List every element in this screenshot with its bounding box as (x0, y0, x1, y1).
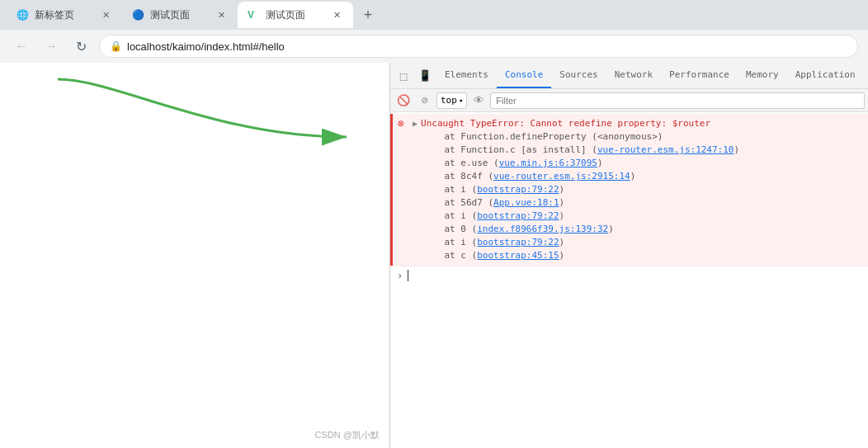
forward-icon: → (45, 39, 58, 54)
error-block: ⊗ ▶ Uncaught TypeError: Cannot redefine … (390, 114, 868, 266)
address-bar: ← → ↻ 🔒 localhost/kaimo/index.html#/hell… (0, 30, 868, 63)
main-area: CSDN @凯小默 ⬚ 📱 Elements Console Sources (0, 63, 868, 448)
block-icon-btn[interactable]: ⊘ (415, 91, 435, 111)
context-selector[interactable]: top ▾ (436, 92, 467, 109)
stack-line-10: at c (bootstrap:45:15) (422, 249, 861, 262)
error-expand-btn[interactable]: ▶ (413, 117, 417, 130)
tab-memory[interactable]: Memory (738, 63, 787, 88)
stack-link-2[interactable]: vue-router.esm.js:1247:10 (597, 144, 734, 155)
stack-link-5[interactable]: bootstrap:79:22 (477, 184, 559, 195)
stack-line-1: at Function.defineProperty (<anonymous>) (422, 130, 861, 144)
clear-icon: 🚫 (397, 94, 410, 106)
console-filter-input[interactable] (490, 92, 865, 109)
clear-console-btn[interactable]: 🚫 (394, 91, 413, 111)
devtools-console-toolbar: 🚫 ⊘ top ▾ 👁 (390, 89, 868, 112)
browser-chrome: 🌐 新标签页 ✕ 🔵 测试页面 ✕ V 测试页面 ✕ + ← → ↻ 🔒 (0, 0, 868, 63)
device-icon: 📱 (418, 69, 432, 82)
tab-console[interactable]: Console (497, 63, 551, 88)
refresh-icon: ↻ (76, 39, 87, 54)
inspect-element-btn[interactable]: ⬚ (394, 66, 413, 86)
error-main-line: ▶ Uncaught TypeError: Cannot redefine pr… (413, 117, 861, 130)
top-label: top (441, 95, 457, 106)
green-arrow (50, 71, 363, 157)
tab2-favicon: 🔵 (132, 9, 144, 21)
stack-trace: at Function.defineProperty (<anonymous>)… (413, 130, 861, 262)
tab3-close-btn[interactable]: ✕ (330, 8, 343, 21)
back-icon: ← (15, 39, 28, 54)
tab1-title: 新标签页 (35, 8, 92, 22)
stack-line-9: at i (bootstrap:79:22) (422, 236, 861, 249)
eye-icon-btn[interactable]: 👁 (469, 91, 488, 111)
console-output: ⊗ ▶ Uncaught TypeError: Cannot redefine … (390, 112, 868, 448)
inspect-icon: ⬚ (400, 69, 407, 83)
tab2-title: 测试页面 (150, 8, 208, 22)
tab-network[interactable]: Network (606, 63, 661, 88)
tab-new-page[interactable]: 🌐 新标签页 ✕ (7, 2, 122, 28)
error-icon: ⊗ (398, 117, 404, 130)
stack-line-2: at Function.c [as install] (vue-router.e… (422, 144, 861, 157)
tab3-title: 测试页面 (266, 8, 323, 22)
tab-application[interactable]: Application (787, 63, 864, 88)
stack-line-5: at i (bootstrap:79:22) (422, 183, 861, 196)
console-cursor (408, 270, 408, 281)
tab-sources[interactable]: Sources (551, 63, 606, 88)
devtools-top-toolbar: ⬚ 📱 Elements Console Sources Network (390, 63, 868, 89)
tab3-favicon: V (248, 9, 259, 21)
stack-link-6[interactable]: App.vue:18:1 (493, 197, 559, 208)
block-icon: ⊘ (422, 94, 428, 106)
url-bar[interactable]: 🔒 localhost/kaimo/index.html#/hello (99, 35, 858, 58)
stack-link-3[interactable]: vue.min.js:6:37095 (499, 158, 597, 168)
prompt-chevron-icon: › (397, 270, 403, 281)
stack-link-10[interactable]: bootstrap:45:15 (477, 250, 559, 261)
tab-elements[interactable]: Elements (436, 63, 497, 88)
console-prompt[interactable]: › (390, 266, 868, 285)
stack-link-8[interactable]: index.f8966f39.js:139:32 (477, 224, 608, 234)
tab-test-page-2-active[interactable]: V 测试页面 ✕ (238, 2, 353, 28)
stack-line-3: at e.use (vue.min.js:6:37095) (422, 157, 861, 170)
page-content: CSDN @凯小默 (0, 63, 389, 448)
stack-line-8: at 0 (index.f8966f39.js:139:32) (422, 223, 861, 236)
device-toggle-btn[interactable]: 📱 (415, 66, 435, 86)
devtools-tabs: Elements Console Sources Network Perform… (436, 63, 865, 88)
new-tab-button[interactable]: + (356, 3, 380, 26)
error-message: Uncaught TypeError: Cannot redefine prop… (421, 117, 710, 130)
stack-link-9[interactable]: bootstrap:79:22 (477, 237, 559, 248)
stack-link-4[interactable]: vue-router.esm.js:2915:14 (493, 171, 630, 182)
refresh-button[interactable]: ↻ (69, 35, 92, 58)
lock-icon: 🔒 (110, 40, 122, 52)
tab1-close-btn[interactable]: ✕ (99, 8, 112, 21)
url-text: localhost/kaimo/index.html#/hello (127, 40, 285, 53)
watermark: CSDN @凯小默 (315, 429, 380, 441)
tab-performance[interactable]: Performance (661, 63, 738, 88)
dropdown-chevron-icon: ▾ (459, 97, 463, 105)
devtools-panel: ⬚ 📱 Elements Console Sources Network (389, 63, 868, 448)
tab2-close-btn[interactable]: ✕ (215, 8, 228, 21)
eye-icon: 👁 (474, 94, 484, 106)
tab-test-page-1[interactable]: 🔵 测试页面 ✕ (122, 2, 238, 28)
tab1-favicon: 🌐 (17, 9, 28, 21)
stack-line-6: at 56d7 (App.vue:18:1) (422, 196, 861, 210)
tab-bar: 🌐 新标签页 ✕ 🔵 测试页面 ✕ V 测试页面 ✕ + (0, 0, 868, 30)
stack-line-4: at 8c4f (vue-router.esm.js:2915:14) (422, 170, 861, 183)
stack-line-7: at i (bootstrap:79:22) (422, 210, 861, 223)
back-button[interactable]: ← (10, 35, 33, 58)
forward-button[interactable]: → (40, 35, 63, 58)
stack-link-7[interactable]: bootstrap:79:22 (477, 210, 559, 221)
